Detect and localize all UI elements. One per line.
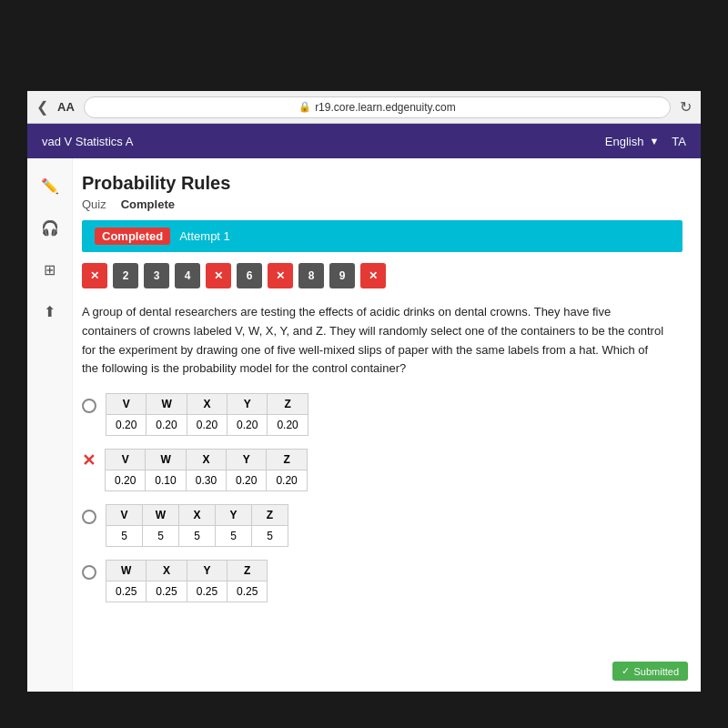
breadcrumb-complete: Complete	[121, 197, 175, 211]
td-w: 0.20	[147, 415, 187, 436]
q-btn-10[interactable]: ✕	[360, 263, 386, 288]
wrong-mark-b: ✕	[82, 450, 96, 470]
th-x: X	[187, 394, 227, 415]
check-icon: ✓	[622, 665, 630, 677]
q-btn-7[interactable]: ✕	[268, 263, 293, 288]
header-right: English ▼ TA	[605, 135, 686, 148]
q-btn-6[interactable]: 6	[237, 263, 262, 288]
up-icon[interactable]: ⬆	[37, 298, 63, 324]
chevron-down-icon[interactable]: ▼	[649, 136, 659, 147]
td-w2: 0.10	[146, 470, 186, 491]
td-v: 0.20	[106, 415, 147, 436]
td-v3: 5	[106, 526, 143, 547]
th-y: Y	[228, 394, 268, 415]
table-a: V W X Y Z 0.20 0.20 0.20 0.20	[106, 393, 308, 436]
table-b: V W X Y Z 0.20 0.10 0.30 0.20	[105, 449, 308, 491]
th-w3: W	[143, 505, 179, 526]
q-btn-1[interactable]: ✕	[82, 263, 107, 288]
refresh-button[interactable]: ↻	[680, 98, 692, 116]
breadcrumb: Quiz Complete	[82, 197, 682, 211]
table-c: V W X Y Z 5 5 5 5 5	[106, 504, 288, 547]
status-bar: Completed Attempt 1	[82, 220, 682, 252]
td-w3: 5	[143, 526, 179, 547]
th-x4: X	[147, 561, 187, 581]
td-x3: 5	[179, 526, 216, 547]
th-y4: Y	[187, 561, 227, 581]
td-x4: 0.25	[147, 581, 187, 602]
app-header: vad V Statistics A English ▼ TA	[27, 124, 701, 158]
th-y3: Y	[216, 505, 252, 526]
submitted-badge: ✓ Submitted	[612, 662, 688, 681]
breadcrumb-quiz[interactable]: Quiz	[82, 197, 106, 211]
browser-bar: ❮ AA 🔒 r19.core.learn.edgenuity.com ↻	[27, 91, 701, 124]
pencil-icon[interactable]: ✏️	[37, 173, 63, 198]
th-z4: Z	[228, 561, 268, 581]
grid-icon[interactable]: ⊞	[37, 257, 63, 282]
attempt-label: Attempt 1	[179, 229, 230, 243]
td-z2: 0.20	[267, 470, 307, 491]
th-v2: V	[106, 450, 146, 470]
td-y: 0.20	[228, 415, 268, 436]
q-btn-5[interactable]: ✕	[206, 263, 231, 288]
lock-icon: 🔒	[298, 101, 311, 113]
th-w2: W	[146, 450, 186, 470]
th-z3: Z	[252, 505, 288, 526]
browser-aa-button[interactable]: AA	[57, 100, 75, 114]
td-z: 0.20	[268, 415, 308, 436]
ta-label: TA	[672, 135, 686, 148]
td-x2: 0.30	[186, 470, 226, 491]
th-z2: Z	[267, 450, 307, 470]
language-label: English	[605, 135, 644, 148]
table-d: W X Y Z 0.25 0.25 0.25 0.25	[106, 560, 268, 602]
headphone-icon[interactable]: 🎧	[37, 215, 63, 240]
td-y2: 0.20	[227, 470, 267, 491]
q-btn-4[interactable]: 4	[175, 263, 200, 288]
th-z: Z	[268, 394, 308, 415]
radio-a[interactable]	[82, 399, 96, 413]
td-v2: 0.20	[106, 470, 146, 491]
submitted-label: Submitted	[633, 666, 679, 677]
th-w: W	[147, 394, 187, 415]
sidebar: ✏️ 🎧 ⊞ ⬆	[27, 158, 73, 692]
top-bezel	[0, 0, 728, 91]
page-title: Probability Rules	[82, 173, 682, 194]
screen-area: ❮ AA 🔒 r19.core.learn.edgenuity.com ↻ va…	[27, 91, 701, 692]
address-bar[interactable]: 🔒 r19.core.learn.edgenuity.com	[84, 96, 671, 118]
th-y2: Y	[227, 450, 267, 470]
th-w4: W	[106, 561, 147, 581]
completed-badge: Completed	[95, 228, 170, 245]
q-btn-2[interactable]: 2	[113, 263, 138, 288]
answer-option-b: ✕ V W X Y Z 0.20 0.10	[82, 449, 682, 491]
main-content: ✏️ 🎧 ⊞ ⬆ Probability Rules Quiz Complete…	[27, 158, 701, 692]
answer-option-c: V W X Y Z 5 5 5 5 5	[82, 504, 682, 547]
answer-option-a: V W X Y Z 0.20 0.20 0.20 0.20	[82, 393, 682, 436]
q-btn-8[interactable]: 8	[298, 263, 324, 288]
th-v: V	[106, 394, 147, 415]
radio-d[interactable]	[82, 565, 96, 580]
td-w4: 0.25	[106, 581, 147, 602]
laptop-outer: Mar 3 ❮ AA 🔒 r19.core.learn.edgenuity.co…	[0, 0, 728, 728]
app-title: vad V Statistics A	[42, 135, 133, 148]
address-text: r19.core.learn.edgenuity.com	[315, 101, 456, 114]
td-y4: 0.25	[187, 581, 227, 602]
question-text: A group of dental researchers are testin…	[82, 303, 664, 379]
td-z4: 0.25	[228, 581, 268, 602]
radio-c[interactable]	[82, 510, 96, 524]
q-btn-3[interactable]: 3	[144, 263, 169, 288]
th-v3: V	[106, 505, 143, 526]
answer-option-d: W X Y Z 0.25 0.25 0.25 0.25	[82, 560, 682, 602]
q-btn-9[interactable]: 9	[329, 263, 355, 288]
th-x2: X	[186, 450, 226, 470]
td-z3: 5	[252, 526, 288, 547]
question-nav: ✕ 2 3 4 ✕ 6 ✕ 8 9 ✕	[82, 263, 682, 288]
th-x3: X	[179, 505, 216, 526]
td-x: 0.20	[187, 415, 227, 436]
td-y3: 5	[216, 526, 252, 547]
browser-back-button[interactable]: ❮	[36, 98, 48, 116]
